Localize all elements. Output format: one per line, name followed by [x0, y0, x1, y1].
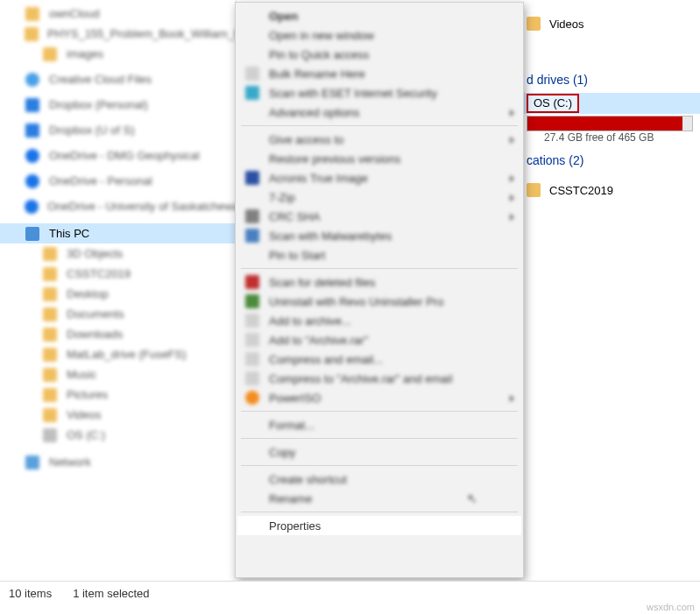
- menu-separator: [241, 125, 518, 126]
- nav-item-matlab-drive-fusefs-[interactable]: MatLab_drive (FuseFS): [0, 344, 236, 364]
- menu-item-open-in-new-window[interactable]: Open in new window: [237, 25, 521, 45]
- nav-item-3d-objects[interactable]: 3D Objects: [0, 243, 236, 264]
- menu-separator: [241, 512, 518, 512]
- submenu-chevron-icon: [510, 133, 514, 146]
- drive-usage-fill: [527, 116, 682, 131]
- menu-separator: [241, 465, 518, 466]
- submenu-chevron-icon: [510, 210, 514, 223]
- nav-item-videos[interactable]: Videos: [0, 405, 236, 425]
- context-menu[interactable]: OpenOpen in new windowPin to Quick acces…: [235, 2, 524, 578]
- menu-item-label: Scan for deleted files: [269, 276, 375, 289]
- folder-icon: [42, 286, 58, 302]
- status-item-count: 10 items: [9, 587, 52, 600]
- onedrive-icon: [25, 173, 40, 189]
- menu-item-create-shortcut[interactable]: Create shortcut: [237, 469, 521, 489]
- onedrive-icon: [25, 148, 40, 164]
- menu-item-scan-with-eset-internet-secu[interactable]: Scan with ESET Internet Security: [237, 83, 521, 102]
- menu-item-label: Format...: [269, 419, 315, 432]
- folder-icon: [42, 407, 58, 423]
- menu-item-label: Create shortcut: [269, 473, 347, 486]
- menu-item-label: Acronis True Image: [269, 172, 368, 185]
- menu-item-format-[interactable]: Format...: [237, 415, 521, 434]
- menu-item-add-to-archive-rar-[interactable]: Add to "Archive.rar": [237, 330, 521, 349]
- menu-item-label: Add to archive...: [269, 314, 351, 328]
- menu-item-label: Pin to Start: [269, 249, 325, 262]
- folder-icon: [25, 6, 40, 22]
- menu-item-advanced-options[interactable]: Advanced options: [237, 102, 521, 122]
- zip-icon: [244, 313, 260, 328]
- menu-item-7-zip[interactable]: 7-Zip: [237, 187, 521, 207]
- folder-icon: [42, 266, 58, 282]
- folder-icon: [42, 46, 58, 62]
- menu-item-scan-with-malwarebytes[interactable]: Scan with Malwarebytes: [237, 226, 521, 245]
- navigation-pane[interactable]: ownCloudPHYS_155_Problem_Book_William_Bi…: [0, 0, 237, 578]
- nav-item-label: This PC: [49, 227, 89, 240]
- nav-item-this-pc[interactable]: This PC: [0, 223, 236, 243]
- menu-separator: [241, 438, 518, 439]
- folder-icon: [527, 183, 541, 197]
- menu-item-label: Open: [269, 10, 298, 23]
- menu-item-crc-sha[interactable]: CRC SHA: [237, 207, 521, 226]
- nav-item-music[interactable]: Music: [0, 364, 236, 385]
- menu-item-acronis-true-image[interactable]: Acronis True Image: [237, 168, 521, 187]
- submenu-chevron-icon: [510, 191, 514, 204]
- menu-item-label: Properties: [269, 519, 321, 533]
- zip-icon: [244, 66, 260, 81]
- menu-item-rename[interactable]: Rename↖: [237, 489, 521, 508]
- nav-item-images[interactable]: images: [0, 44, 236, 64]
- folder-icon: [25, 26, 39, 42]
- nav-item-csstc2019[interactable]: CSSTC2019: [0, 264, 236, 284]
- nav-item-os-c-[interactable]: OS (C:): [0, 425, 236, 445]
- nav-item-onedrive-personal[interactable]: OneDrive - Personal: [0, 171, 236, 191]
- folder-icon: [42, 327, 58, 342]
- iso-icon: [244, 390, 260, 406]
- menu-item-properties[interactable]: Properties: [237, 516, 521, 535]
- drive-usage-bar: [527, 116, 693, 131]
- nav-item-label: Desktop: [67, 287, 109, 300]
- nav-item-creative-cloud-files[interactable]: Creative Cloud Files: [0, 69, 236, 89]
- menu-item-give-access-to[interactable]: Give access to: [237, 130, 521, 149]
- menu-item-compress-and-email-[interactable]: Compress and email...: [237, 349, 521, 369]
- nav-item-label: Network: [49, 455, 91, 469]
- menu-item-pin-to-quick-access[interactable]: Pin to Quick access: [237, 45, 521, 64]
- menu-item-label: Pin to Quick access: [269, 48, 369, 61]
- menu-separator: [241, 411, 518, 412]
- nav-item-owncloud[interactable]: ownCloud: [0, 4, 236, 24]
- nav-item-label: 3D Objects: [67, 247, 123, 260]
- submenu-chevron-icon: [510, 392, 514, 405]
- menu-item-bulk-rename-here[interactable]: Bulk Rename Here: [237, 64, 521, 83]
- nav-item-network[interactable]: Network: [0, 452, 236, 472]
- menu-item-open[interactable]: Open: [237, 6, 521, 25]
- menu-item-compress-to-archive-rar-and-[interactable]: Compress to "Archive.rar" and email: [237, 369, 521, 388]
- menu-item-label: Compress to "Archive.rar" and email: [269, 372, 452, 385]
- nav-item-onedrive-university-of-s[interactable]: OneDrive - University of Saskatchewan: [0, 196, 236, 216]
- nav-item-label: Dropbox (U of S): [49, 124, 135, 137]
- menu-item-pin-to-start[interactable]: Pin to Start: [237, 245, 521, 265]
- nav-item-dropbox-u-of-s-[interactable]: Dropbox (U of S): [0, 120, 236, 140]
- nav-item-label: OS (C:): [67, 428, 105, 441]
- menu-item-add-to-archive-[interactable]: Add to archive...: [237, 311, 521, 330]
- nav-item-label: OneDrive - DMG Geophysical: [49, 149, 200, 162]
- zip-icon: [244, 351, 260, 367]
- videos-label: Videos: [549, 18, 584, 31]
- nav-item-phys-155-problem-book-wi[interactable]: PHYS_155_Problem_Book_William_B: [0, 24, 236, 44]
- menu-item-poweriso[interactable]: PowerISO: [237, 388, 521, 407]
- nav-item-downloads[interactable]: Downloads: [0, 324, 236, 344]
- menu-item-label: Give access to: [269, 133, 343, 146]
- nav-item-pictures[interactable]: Pictures: [0, 385, 236, 405]
- nav-item-label: MatLab_drive (FuseFS): [67, 348, 187, 361]
- menu-item-uninstall-with-revo-uninstal[interactable]: Uninstall with Revo Uninstaller Pro: [237, 292, 521, 311]
- nav-item-onedrive-dmg-geophysical[interactable]: OneDrive - DMG Geophysical: [0, 145, 236, 166]
- menu-item-copy[interactable]: Copy: [237, 442, 521, 462]
- nav-item-documents[interactable]: Documents: [0, 304, 236, 324]
- cloud-icon: [25, 72, 40, 88]
- nav-item-dropbox-personal-[interactable]: Dropbox (Personal): [0, 95, 236, 115]
- nav-item-label: Creative Cloud Files: [49, 73, 152, 86]
- menu-item-scan-for-deleted-files[interactable]: Scan for deleted files: [237, 272, 521, 292]
- revo-icon: [244, 293, 260, 309]
- nav-item-label: ownCloud: [49, 7, 100, 20]
- menu-item-label: Copy: [269, 446, 295, 459]
- menu-item-restore-previous-versions[interactable]: Restore previous versions: [237, 149, 521, 168]
- nav-item-label: Pictures: [67, 388, 108, 401]
- nav-item-desktop[interactable]: Desktop: [0, 284, 236, 304]
